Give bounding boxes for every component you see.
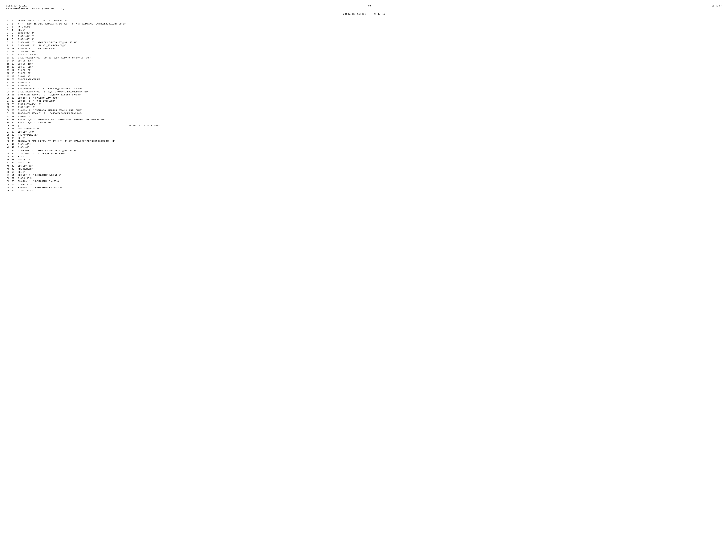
row-content: Е16-35' 2*: [17, 158, 127, 161]
row-content: Е16-40' 45*: [17, 75, 127, 78]
row-index-2: 49: [11, 167, 17, 171]
program-line: ПРОГРАММНЫЙ КОМПЛЕКС АВС-ЗЕС ( РЕДАКЦИЯ …: [6, 7, 64, 10]
row-content: С130-1035' 51*: [17, 50, 127, 53]
row-index-1: 53: [6, 180, 11, 183]
table-row: 5252С130-226' 5*: [6, 177, 722, 180]
row-index-2: 48: [11, 164, 17, 168]
section-params: (П.Н.= 1): [374, 13, 385, 15]
row-index-2: 18: [11, 72, 17, 75]
table-row: 3535|Е16-66' 1' ' ТО ЖЕ 57Х3ММ*: [6, 124, 722, 128]
row-index-1: 17: [6, 69, 11, 72]
row-index-1: 15: [6, 63, 11, 66]
row-index-1: 49: [6, 167, 11, 171]
row-index-1: 23: [6, 87, 11, 90]
row-content: Т2307#А,20;21#П,1=2783(=22)(Н25=9,8)' 1'…: [17, 140, 127, 143]
row-content: Е16-35' 175*: [17, 59, 127, 63]
data-table: 11Э92106' Н9В1' ' ' 1,1' ' ' ' 5449,60' …: [6, 19, 722, 192]
row-index-2: 23: [11, 87, 17, 90]
row-index-1: 16: [6, 66, 11, 69]
row-content: С130-1004' 2*: [17, 35, 127, 38]
row-index-1: 45: [6, 155, 11, 158]
table-row: 3939Н21=2*: [6, 137, 722, 140]
row-content: Е18-228' 4*: [17, 81, 127, 84]
row-content: Н21=2*: [17, 137, 127, 140]
row-content: С130-225' 5*: [17, 183, 127, 186]
table-row: 88С130-1002' 2' ' КРАН ДЛЯ ВЫПУСКА ВОЗДУ…: [6, 41, 722, 44]
row-content: С130-103' 1*: [17, 146, 127, 149]
row-index-1: 30: [6, 109, 11, 112]
row-content: Н21=5*: [17, 171, 127, 174]
row-marker: |: [17, 124, 127, 128]
row-index-2: 39: [11, 137, 17, 140]
table-row: 2020П2#УЗЕЛ УПРАВЛЕНИЯ*: [6, 78, 722, 81]
section-title: ИСХОДНЫЕ ДАННЫЕ: [343, 13, 366, 15]
row-index-2: 13: [11, 56, 17, 60]
row-index-1: 1: [6, 19, 11, 22]
row-index-1: 31: [6, 112, 11, 115]
row-index-2: 29: [11, 106, 17, 109]
row-index-2: 53: [11, 180, 17, 183]
table-row: 5555Е20-705' 1' ' ВЕНТИЛЯТОР ВЦ4-75-3,15…: [6, 186, 722, 189]
row-content: Е16-232#АОП,2' 2*: [17, 127, 127, 131]
row-index-1: 22: [6, 84, 11, 87]
row-index-2: 11: [11, 50, 17, 53]
row-content: Е18-220' 82' ' КРАН МАЕВСКОГО*: [17, 47, 127, 50]
row-content: Е16-66' 1' ' ТО ЖЕ 57Х3ММ*: [127, 124, 722, 128]
table-row: 1616Е16-37' 325*: [6, 66, 722, 69]
row-index-1: 7: [6, 38, 11, 41]
row-index-1: 13: [6, 56, 11, 60]
row-index-1: 41: [6, 143, 11, 146]
row-index-1: 12: [6, 53, 11, 56]
table-row: 5353Е20-706' 1' ' ВЕНТИЛЯТОР ВЦ4-75-4*: [6, 180, 722, 183]
row-content: Е20-707' 1' ' ВЕНТИЛЯТОР В,Ц4-75=5*: [17, 174, 127, 177]
row-index-1: 56: [6, 189, 11, 192]
row-index-1: 43: [6, 149, 11, 152]
row-content: С130-1002' 2' ' КРАН ДЛЯ ВЫПУСКА ВОЗДУХА…: [17, 41, 127, 44]
table-row: 2727Е18-185' 1' ' ТО ЖЕ ДИАМ,50ММ*: [6, 100, 722, 103]
table-row: 3434Е16-67' 0,5' ' ТО ЖЕ 76Х3ММ*: [6, 121, 722, 124]
row-index-1: 21: [6, 81, 11, 84]
row-index-2: 46: [11, 158, 17, 161]
table-row: 2626Е18-186' 1' ' ГРЯЗЕВИК ДИАМ.80ММ*: [6, 97, 722, 100]
table-row: 4444С130-1002' 1' ' ТО ЖЕ ДЛЯ СПУСКА ВОД…: [6, 152, 722, 155]
row-index-1: 5: [6, 32, 11, 35]
row-content: С130-224' 4*: [17, 189, 127, 192]
row-index-2: 41: [11, 143, 17, 146]
table-row: 2222Е18-226' 4*: [6, 84, 722, 87]
row-index-2: 44: [11, 152, 17, 155]
table-row: 4343С130-1002' 2' ' КРАН ДЛЯ ВЫПУСКА ВОЗ…: [6, 149, 722, 152]
row-content: С130-226' 5*: [17, 177, 127, 180]
row-index-1: 47: [6, 161, 11, 164]
row-index-2: 50: [11, 171, 17, 174]
row-index-1: 55: [6, 186, 11, 189]
row-index-1: 33: [6, 118, 11, 121]
row-index-2: 9: [11, 44, 17, 47]
row-index-1: 51: [6, 174, 11, 177]
row-index-1: 38: [6, 134, 11, 137]
row-index-2: 21: [11, 81, 17, 84]
row-index-2: 6: [11, 35, 17, 38]
row-content: Е16-36' 110*: [17, 63, 127, 66]
row-content: Е16-289#АОП,3' 1' ' УСТАНОВКА ВОДОСЧЕТЧИ…: [17, 87, 127, 90]
row-index-1: 3: [6, 25, 11, 29]
row-content: СТ130-2999#А,4(=22)' 1' 58,1' СТОИМОСТЬ …: [17, 90, 127, 94]
row-index-1: 34: [6, 121, 11, 124]
row-index-2: 20: [11, 78, 17, 81]
table-row: 99С130-1002' 17' ' ТО ЖЕ ДЛЯ СПУСКА ВОДЫ…: [6, 44, 722, 47]
table-row: 3838РТЕПЛОСНАБЖЕНИЕ*: [6, 134, 722, 137]
table-row: 1212Е18-112' 256,68*: [6, 53, 722, 56]
table-row: 5050Н21=5*: [6, 171, 722, 174]
row-index-2: 31: [11, 112, 17, 115]
table-row: 55С130-1002' 8*: [6, 32, 722, 35]
table-row: 2929С130-1039' 13*: [6, 106, 722, 109]
row-index-1: 32: [6, 115, 11, 118]
row-index-1: 20: [6, 78, 11, 81]
table-row: 3030Е16-136' 2' ' УСТАНОВКА ЗАДВИЖКИ 300…: [6, 109, 722, 112]
row-content: Е20-705' 1' ' ВЕНТИЛЯТОР ВЦ4-75-3,15*: [17, 186, 127, 189]
row-index-2: 22: [11, 84, 17, 87]
table-row: 3232Е16-144' 2*: [6, 115, 722, 118]
row-index-2: 16: [11, 66, 17, 69]
table-row: 1111С130-1035' 51*: [6, 50, 722, 53]
row-index-1: 52: [6, 177, 11, 180]
table-row: 3737Е16-219' 739*: [6, 131, 722, 134]
